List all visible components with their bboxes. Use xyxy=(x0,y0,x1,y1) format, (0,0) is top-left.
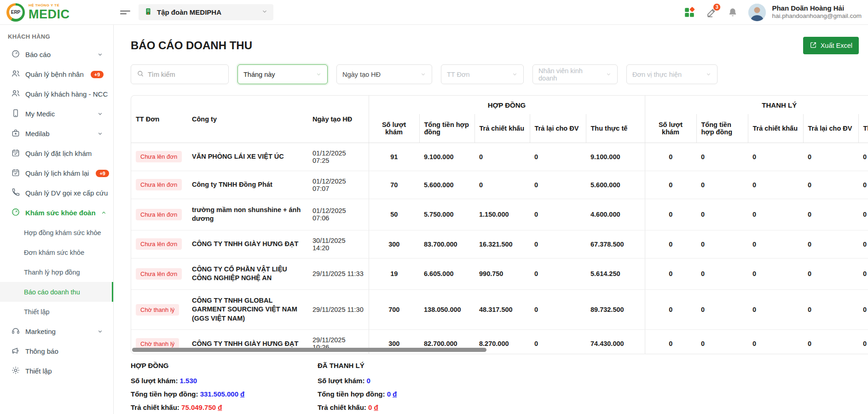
column-header: Thu thực tế xyxy=(586,114,645,143)
sidebar-item[interactable]: Thông báo xyxy=(0,341,113,361)
sidebar-item[interactable]: Quản lý đặt lịch khám xyxy=(0,144,113,163)
notification-count-badge: 3 xyxy=(713,3,721,11)
contract-metric-cell: 0 xyxy=(530,230,586,258)
column-header: Tổng tiền hợp đồng xyxy=(696,114,748,143)
liquidation-metric-cell: 0 xyxy=(858,230,868,258)
liquidation-metric-cell: 0 xyxy=(748,171,803,199)
created-date-cell: 29/11/2025 11:30 xyxy=(308,289,369,330)
chevron-down-icon xyxy=(261,8,268,17)
summary-row: Trả chiết khấu: 0đ xyxy=(318,401,397,414)
table-header: TT ĐơnCông tyNgày tạo HĐHỢP ĐỒNGTHANH LÝ… xyxy=(131,96,868,143)
created-date-cell: 30/11/2025 14:20 xyxy=(308,230,369,258)
column-header: TT Đơn xyxy=(131,96,187,143)
contract-metric-cell: 83.700.000 xyxy=(419,230,475,258)
sidebar-item-label: My Medic xyxy=(25,110,55,118)
sidebar-subitem[interactable]: Đơn khám sức khỏe xyxy=(0,242,113,262)
contract-metric-cell: 0 xyxy=(530,171,586,199)
sidebar-item-label: Thiết lập xyxy=(25,367,52,375)
sidebar-subitem[interactable]: Thanh lý hợp đồng xyxy=(0,262,113,282)
contract-metric-cell: 50 xyxy=(369,199,419,230)
liquidation-metric-cell: 0 xyxy=(858,330,868,354)
horizontal-scrollbar[interactable] xyxy=(132,348,486,352)
liquidation-metric-cell: 0 xyxy=(696,289,748,330)
bell-icon[interactable] xyxy=(728,7,738,17)
contract-metric-cell: 0 xyxy=(475,171,530,199)
contract-metric-cell: 6.605.000 xyxy=(419,258,475,289)
apps-grid-icon[interactable] xyxy=(683,6,695,18)
status-cell: Chưa lên đơn xyxy=(131,199,187,230)
calendar-icon xyxy=(11,168,20,178)
chevron-down-icon xyxy=(97,328,103,334)
summary-title: ĐÃ THANH LÝ xyxy=(318,362,397,369)
compose-icon[interactable]: 3 xyxy=(706,7,717,18)
sidebar-item[interactable]: Quản lý DV gọi xe cấp cứu xyxy=(0,183,113,203)
group-header: HỢP ĐỒNG xyxy=(369,96,645,114)
liquidation-metric-cell: 0 xyxy=(803,230,858,258)
search-input[interactable] xyxy=(148,71,226,78)
contract-metric-cell: 5.614.250 xyxy=(586,258,645,289)
user-name: Phan Doãn Hoàng Hải xyxy=(772,4,862,13)
liquidation-metric-cell: 0 xyxy=(803,171,858,199)
table-row[interactable]: Chưa lên đơnVĂN PHÒNG LÁI XE VIỆT ÚC01/1… xyxy=(131,143,868,171)
order-status-select[interactable]: TT Đơn xyxy=(441,64,524,84)
sidebar-subitem[interactable]: Hợp đồng khám sức khỏe xyxy=(0,223,113,242)
sidebar-item[interactable]: My Medic xyxy=(0,104,113,124)
liquidation-metric-cell: 0 xyxy=(748,199,803,230)
unit-select[interactable]: Đơn vị thực hiện xyxy=(626,64,718,84)
table-row[interactable]: Chưa lên đơnCÔNG TY TNHH GIÀY HƯNG ĐẠT30… xyxy=(131,230,868,258)
headset-icon xyxy=(11,326,20,337)
status-badge: Chờ thanh lý xyxy=(136,304,179,316)
created-date-select[interactable]: Ngày tạo HĐ xyxy=(336,64,432,84)
medbag-icon xyxy=(11,128,20,139)
created-date-cell: 29/11/2025 11:33 xyxy=(308,258,369,289)
chevron-down-icon xyxy=(97,52,103,58)
contract-metric-cell: 990.750 xyxy=(475,258,530,289)
salesperson-select[interactable]: Nhân viên kinh doanh xyxy=(532,64,618,84)
contract-metric-cell: 0 xyxy=(530,330,586,354)
column-header: Công ty xyxy=(187,96,308,143)
liquidation-metric-cell: 0 xyxy=(696,199,748,230)
contract-metric-cell: 48.317.500 xyxy=(475,289,530,330)
contract-metric-cell: 0 xyxy=(530,199,586,230)
contract-metric-cell: 5.600.000 xyxy=(419,171,475,199)
avatar[interactable] xyxy=(748,4,766,21)
sidebar-subitem[interactable]: Báo cáo doanh thu xyxy=(0,282,113,302)
search-icon xyxy=(137,70,144,79)
sidebar-item[interactable]: Medilab xyxy=(0,124,113,144)
sidebar-item[interactable]: Báo cáo xyxy=(0,45,113,64)
status-cell: Chờ thanh lý xyxy=(131,289,187,330)
column-header: Trả lại cho ĐV xyxy=(530,114,586,143)
sidebar-item[interactable]: Quản lý bệnh nhân+9 xyxy=(0,64,113,84)
liquidation-metric-cell: 0 xyxy=(696,171,748,199)
table-row[interactable]: Chờ thanh lýCÔNG TY TNHH GLOBAL GARMENT … xyxy=(131,289,868,330)
sidebar-item[interactable]: Khám sức khỏe đoàn xyxy=(0,203,113,223)
sidebar-item[interactable]: Thiết lập xyxy=(0,361,113,381)
sidebar-subitem[interactable]: Thiết lập xyxy=(0,302,113,322)
sidebar-item[interactable]: Marketing xyxy=(0,322,113,341)
table-row[interactable]: Chưa lên đơnCông ty TNHH Đồng Phát01/12/… xyxy=(131,171,868,199)
company-selector[interactable]: Tập đoàn MEDIPHA xyxy=(139,4,273,20)
contract-metric-cell: 16.321.500 xyxy=(475,230,530,258)
count-badge: +9 xyxy=(91,71,104,78)
menu-toggle-icon[interactable] xyxy=(120,9,130,16)
sidebar-item[interactable]: Quản lý lịch khám lại+9 xyxy=(0,163,113,183)
liquidation-metric-cell: 0 xyxy=(645,330,696,354)
sidebar-item-label: Quản lý đặt lịch khám xyxy=(25,150,92,157)
table-row[interactable]: Chưa lên đơntrường mầm non shunshine + á… xyxy=(131,199,868,230)
app-logo[interactable]: ERP HỆ THỐNG Y TẾ MEDIC xyxy=(0,3,114,22)
handset-icon xyxy=(11,188,20,198)
count-badge: +9 xyxy=(96,170,109,177)
gauge-icon xyxy=(11,49,20,60)
sidebar-nav: Báo cáoQuản lý bệnh nhân+9Quản lý khách … xyxy=(0,45,113,381)
period-select[interactable]: Tháng này xyxy=(237,64,328,84)
export-excel-button[interactable]: Xuất Excel xyxy=(803,37,859,54)
contract-metric-cell: 0 xyxy=(530,289,586,330)
sidebar-item[interactable]: Quản lý khách hàng - NCC xyxy=(0,84,113,104)
building-icon xyxy=(144,7,152,17)
table-row[interactable]: Chưa lên đơnCÔNG TY CỔ PHẦN VẬT LIỆU CÔN… xyxy=(131,258,868,289)
contract-metric-cell: 0 xyxy=(530,258,586,289)
liquidation-metric-cell: 0 xyxy=(858,199,868,230)
column-header: Số lượt khám xyxy=(645,114,696,143)
company-cell: Công ty TNHH Đồng Phát xyxy=(187,171,308,199)
company-cell: CÔNG TY TNHH GIÀY HƯNG ĐẠT xyxy=(187,230,308,258)
